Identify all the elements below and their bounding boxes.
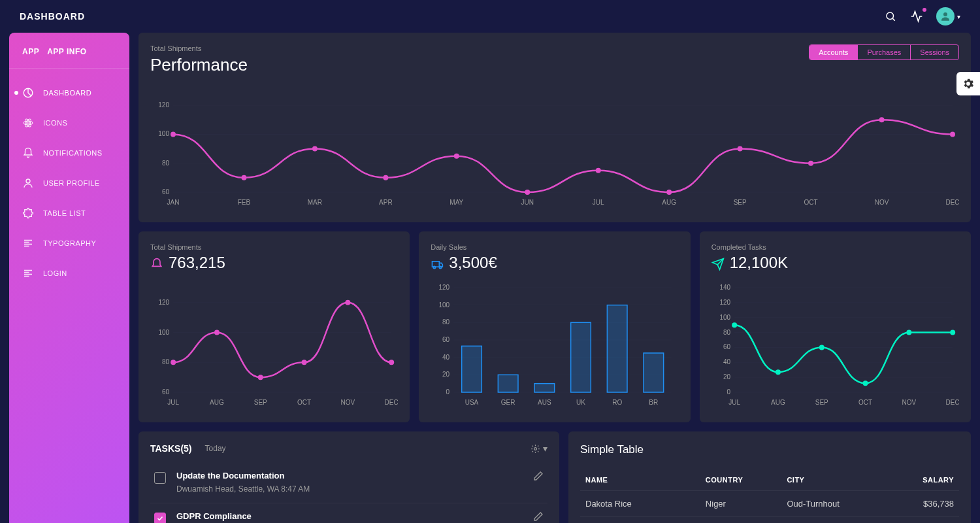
svg-rect-97: [644, 353, 664, 392]
sidebar-header: APP APP INFO: [9, 47, 129, 69]
cell-city: Oud-Turnhout: [781, 491, 888, 517]
activity-icon[interactable]: [910, 10, 923, 23]
topbar-actions: ▾: [884, 7, 960, 25]
user-menu[interactable]: ▾: [936, 7, 960, 25]
cell-city: Sinaai-Waas: [781, 517, 888, 524]
svg-point-126: [534, 447, 537, 450]
app-info-label: APP INFO: [47, 47, 86, 56]
tab-sessions[interactable]: Sessions: [911, 45, 958, 59]
svg-point-63: [171, 360, 176, 365]
svg-text:SEP: SEP: [734, 199, 747, 206]
task-title: GDPR Compliance: [176, 511, 523, 521]
nav-item-login[interactable]: LOGIN: [9, 258, 129, 288]
nav-label: TABLE LIST: [43, 209, 86, 217]
svg-point-8: [26, 179, 30, 183]
align-icon: [22, 237, 34, 249]
tab-accounts[interactable]: Accounts: [809, 45, 858, 59]
svg-text:100: 100: [158, 130, 169, 137]
nav-item-dashboard[interactable]: DASHBOARD: [9, 78, 129, 108]
svg-point-48: [950, 131, 955, 137]
chart-pie-icon: [22, 87, 34, 99]
tasks-today: Today: [205, 444, 226, 453]
svg-text:60: 60: [723, 343, 731, 350]
task-title: Update the Documentation: [176, 471, 523, 481]
th-country: COUNTRY: [700, 469, 782, 491]
svg-text:100: 100: [158, 329, 169, 336]
task-row: GDPR Compliance The GDPR is a regulation…: [150, 503, 547, 523]
completed-metric: 12,100K: [711, 254, 959, 272]
delivery-icon: [431, 256, 444, 269]
svg-point-47: [879, 117, 885, 122]
svg-text:140: 140: [719, 284, 730, 291]
svg-text:OCT: OCT: [804, 199, 818, 206]
svg-text:40: 40: [723, 358, 731, 365]
sales-card: Daily Sales 3,500€ 020406080100120USAGER…: [419, 231, 690, 422]
svg-text:80: 80: [442, 318, 450, 326]
svg-text:JUL: JUL: [593, 199, 604, 206]
svg-text:AUG: AUG: [662, 199, 676, 206]
svg-text:MAR: MAR: [308, 199, 322, 206]
svg-text:SEP: SEP: [254, 399, 267, 406]
task-checkbox[interactable]: [154, 513, 166, 523]
nav-label: NOTIFICATIONS: [43, 149, 103, 157]
svg-point-2: [943, 12, 947, 16]
simple-table: NAME COUNTRY CITY SALARY Dakota RiceNige…: [580, 469, 959, 523]
simple-table-card: Simple Table NAME COUNTRY CITY SALARY Da…: [568, 431, 971, 523]
search-icon[interactable]: [884, 10, 897, 23]
nav-label: TYPOGRAPHY: [43, 239, 96, 247]
svg-text:40: 40: [442, 354, 450, 361]
svg-text:120: 120: [719, 299, 730, 306]
svg-rect-96: [608, 305, 628, 392]
svg-text:60: 60: [162, 188, 170, 195]
svg-text:60: 60: [442, 336, 450, 343]
bell-icon: [22, 147, 34, 159]
shipments-card: Total Shipments 763,215 6080100120JULAUG…: [139, 231, 410, 422]
svg-point-65: [258, 375, 263, 380]
cell-name: Minerva Hooper: [580, 517, 700, 524]
task-checkbox[interactable]: [154, 472, 166, 484]
align-icon: [22, 267, 34, 279]
shipments-chart: 6080100120JULAUGSEPOCTNOVDEC: [150, 281, 398, 409]
nav-item-typography[interactable]: TYPOGRAPHY: [9, 228, 129, 258]
svg-text:JUN: JUN: [521, 199, 534, 206]
settings-fab[interactable]: [956, 72, 980, 95]
cell-name: Dakota Rice: [580, 491, 700, 517]
table-title: Simple Table: [580, 443, 959, 456]
svg-point-123: [862, 380, 868, 386]
svg-point-122: [819, 345, 824, 350]
nav-label: USER PROFILE: [43, 179, 100, 187]
shipments-value: 763,215: [169, 254, 225, 272]
main-content: Total Shipments Performance Accounts Pur…: [139, 33, 971, 523]
tasks-list: Update the Documentation Dwuamish Head, …: [150, 463, 547, 523]
svg-point-38: [241, 175, 246, 180]
completed-card: Completed Tasks 12,100K 0204060801001201…: [700, 231, 971, 422]
performance-tabs: Accounts Purchases Sessions: [809, 44, 959, 60]
svg-text:USA: USA: [465, 399, 479, 406]
svg-text:20: 20: [723, 373, 731, 380]
topbar: DASHBOARD ▾: [0, 0, 980, 33]
svg-text:AUS: AUS: [538, 399, 551, 406]
edit-icon[interactable]: [533, 511, 544, 523]
svg-line-1: [892, 18, 894, 20]
svg-point-120: [732, 322, 737, 328]
tab-purchases[interactable]: Purchases: [858, 45, 911, 59]
atom-icon: [22, 117, 34, 129]
sales-chart: 020406080100120USAGERAUSUKROBR: [431, 281, 678, 409]
svg-point-4: [27, 122, 29, 124]
svg-point-44: [666, 190, 672, 195]
cell-salary: $23,789: [889, 517, 959, 524]
nav: DASHBOARD ICONS NOTIFICATIONS USER PROFI…: [9, 69, 129, 288]
performance-chart: 6080100120JANFEBMARAPRMAYJUNJULAUGSEPOCT…: [150, 84, 959, 209]
svg-text:GER: GER: [501, 399, 515, 406]
tasks-settings-dropdown[interactable]: ▾: [531, 443, 547, 454]
svg-text:JAN: JAN: [167, 199, 180, 206]
nav-item-notifications[interactable]: NOTIFICATIONS: [9, 138, 129, 168]
nav-item-icons[interactable]: ICONS: [9, 108, 129, 138]
user-icon: [22, 177, 34, 189]
edit-icon[interactable]: [533, 471, 544, 483]
nav-item-user-profile[interactable]: USER PROFILE: [9, 168, 129, 198]
svg-point-125: [950, 330, 955, 335]
nav-item-table-list[interactable]: TABLE LIST: [9, 198, 129, 228]
puzzle-icon: [22, 207, 34, 219]
svg-point-43: [596, 168, 601, 173]
